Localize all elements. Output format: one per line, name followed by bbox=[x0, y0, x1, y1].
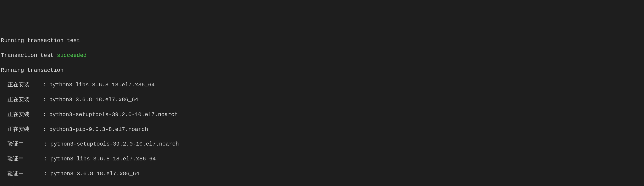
colon: : bbox=[42, 126, 49, 133]
install-line: 正在安装 : python3-3.6.8-18.el7.x86_64 bbox=[1, 96, 643, 104]
package-name: python3-setuptools-39.2.0-10.el7.noarch bbox=[50, 141, 179, 147]
package-name: python3-libs-3.6.8-18.el7.x86_64 bbox=[49, 82, 155, 88]
verify-line: 验证中 : python3-pip-9.0.3-8.el7.noarch bbox=[1, 185, 643, 186]
package-name: python3-3.6.8-18.el7.x86_64 bbox=[49, 97, 138, 103]
action-label: 验证中 bbox=[8, 141, 24, 147]
install-line: 正在安装 : python3-pip-9.0.3-8.el7.noarch bbox=[1, 126, 643, 133]
output-line: Transaction test succeeded bbox=[1, 52, 643, 59]
action-label: 正在安装 bbox=[8, 126, 30, 133]
colon: : bbox=[42, 82, 49, 88]
output-line: Running transaction bbox=[1, 67, 643, 74]
package-name: python3-pip-9.0.3-8.el7.noarch bbox=[49, 126, 148, 133]
terminal-output[interactable]: Running transaction test Transaction tes… bbox=[0, 30, 644, 186]
install-line: 正在安装 : python3-setuptools-39.2.0-10.el7.… bbox=[1, 111, 643, 118]
action-label: 正在安装 bbox=[8, 112, 30, 118]
action-label: 正在安装 bbox=[8, 97, 30, 103]
colon: : bbox=[42, 97, 49, 103]
colon: : bbox=[42, 112, 49, 118]
colon: : bbox=[44, 141, 50, 147]
output-line: Running transaction test bbox=[1, 37, 643, 44]
verify-line: 验证中 : python3-setuptools-39.2.0-10.el7.n… bbox=[1, 141, 643, 148]
action-label: 验证中 bbox=[8, 171, 24, 177]
package-name: python3-3.6.8-18.el7.x86_64 bbox=[50, 171, 139, 177]
action-label: 正在安装 bbox=[8, 82, 30, 88]
status-succeeded: succeeded bbox=[57, 52, 87, 58]
package-name: python3-libs-3.6.8-18.el7.x86_64 bbox=[50, 156, 156, 162]
colon: : bbox=[44, 171, 50, 177]
colon: : bbox=[44, 156, 50, 162]
install-line: 正在安装 : python3-libs-3.6.8-18.el7.x86_64 bbox=[1, 81, 643, 89]
package-name: python3-setuptools-39.2.0-10.el7.noarch bbox=[49, 112, 178, 118]
verify-line: 验证中 : python3-libs-3.6.8-18.el7.x86_64 bbox=[1, 155, 643, 163]
verify-line: 验证中 : python3-3.6.8-18.el7.x86_64 bbox=[1, 170, 643, 178]
text: Transaction test bbox=[1, 52, 57, 58]
action-label: 验证中 bbox=[8, 156, 24, 162]
